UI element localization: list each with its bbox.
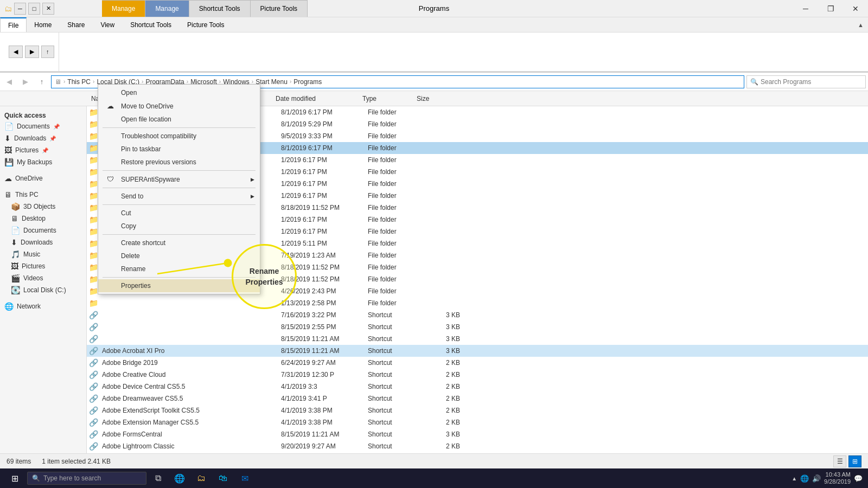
file-type: Shortcut bbox=[368, 419, 422, 426]
downloads-icon: ⬇ bbox=[4, 134, 11, 143]
restore-button[interactable]: ❐ bbox=[818, 0, 843, 17]
ribbon-btn-back[interactable]: ◀ bbox=[9, 46, 23, 58]
ribbon-tab-file[interactable]: File bbox=[0, 17, 27, 32]
file-row[interactable]: 🔗 8/15/2019 2:55 PM Shortcut 3 KB bbox=[87, 321, 868, 333]
file-row[interactable]: 🔗 Adobe FormsCentral 8/15/2019 11:21 AM … bbox=[87, 428, 868, 440]
sidebar-item-videos[interactable]: 🎬 Videos bbox=[0, 272, 86, 284]
tab-picture-tools[interactable]: Picture Tools bbox=[251, 0, 308, 17]
file-row[interactable]: 🔗 Adobe Acrobat XI Pro 8/15/2019 11:21 A… bbox=[87, 345, 868, 357]
context-menu-item-cut[interactable]: Cut bbox=[98, 207, 260, 220]
file-date: 7/19/2019 1:23 AM bbox=[281, 252, 368, 259]
ribbon-tab-picture[interactable]: Picture Tools bbox=[180, 17, 232, 32]
status-bar: 69 items 1 item selected 2.41 KB ☰ ⊞ bbox=[0, 453, 868, 468]
context-menu-item-pin-to-taskbar[interactable]: Pin to taskbar bbox=[98, 143, 260, 156]
tab-manage2[interactable]: Manage bbox=[145, 0, 189, 17]
path-programs[interactable]: Programs bbox=[293, 78, 322, 86]
col-header-size[interactable]: Size bbox=[412, 95, 456, 102]
taskbar-folder[interactable]: 🗂 bbox=[191, 469, 212, 487]
sidebar-label-documents2: Documents bbox=[23, 227, 56, 234]
file-type: File folder bbox=[368, 144, 422, 152]
sidebar-label-pictures2: Pictures bbox=[22, 262, 45, 270]
file-icon: 📁 bbox=[89, 299, 100, 307]
ribbon-expand[interactable]: ▲ bbox=[858, 17, 868, 32]
file-row[interactable]: 🔗 Adobe Bridge 2019 6/24/2019 9:27 AM Sh… bbox=[87, 357, 868, 369]
path-thispc[interactable]: This PC bbox=[67, 78, 91, 86]
ribbon-tab-home[interactable]: Home bbox=[27, 17, 60, 32]
sidebar-item-downloads[interactable]: ⬇ Downloads 📌 bbox=[0, 132, 86, 144]
file-row[interactable]: 🔗 Adobe Device Central CS5.5 4/1/2019 3:… bbox=[87, 381, 868, 393]
nav-back[interactable]: ◀ bbox=[2, 75, 16, 89]
path-sep7: › bbox=[290, 79, 291, 85]
sidebar-label-desktop: Desktop bbox=[22, 215, 46, 222]
file-type: File folder bbox=[368, 204, 422, 211]
taskbar-store[interactable]: 🛍 bbox=[213, 469, 233, 487]
taskbar-volume-icon[interactable]: 🔊 bbox=[812, 474, 821, 483]
file-type: File folder bbox=[368, 168, 422, 176]
title-icon-bar: 🗂 ─ □ ✕ bbox=[0, 3, 59, 15]
sidebar-item-documents2[interactable]: 📄 Documents bbox=[0, 224, 86, 236]
file-row[interactable]: 🔗 Adobe Dreamweaver CS5.5 4/1/2019 3:41 … bbox=[87, 393, 868, 404]
sidebar-item-onedrive[interactable]: ☁ OneDrive bbox=[0, 172, 86, 184]
ribbon-btn-fwd[interactable]: ▶ bbox=[25, 46, 39, 58]
context-menu-item-restore-previous-versions[interactable]: Restore previous versions bbox=[98, 156, 260, 169]
ribbon-tab-shortcut[interactable]: Shortcut Tools bbox=[123, 17, 180, 32]
taskbar-mail[interactable]: ✉ bbox=[234, 469, 255, 487]
close-quick[interactable]: ✕ bbox=[42, 3, 54, 15]
sidebar-item-desktop[interactable]: 🖥 Desktop bbox=[0, 213, 86, 224]
file-row[interactable]: 🔗 8/15/2019 11:21 AM Shortcut 3 KB bbox=[87, 333, 868, 345]
search-box[interactable]: 🔍 bbox=[746, 75, 866, 88]
minimize-quick[interactable]: ─ bbox=[14, 3, 26, 15]
context-menu-item-copy[interactable]: Copy bbox=[98, 220, 260, 233]
tab-shortcut-tools[interactable]: Shortcut Tools bbox=[189, 0, 251, 17]
context-menu-item-send-to[interactable]: Send to bbox=[98, 190, 260, 203]
context-menu-item-open[interactable]: Open bbox=[98, 86, 260, 99]
file-date: 8/15/2019 11:21 AM bbox=[281, 335, 368, 343]
sidebar-item-mybackups[interactable]: 💾 My Backups bbox=[0, 156, 86, 168]
file-icon: 🔗 bbox=[89, 370, 100, 379]
sidebar-item-downloads2[interactable]: ⬇ Downloads bbox=[0, 236, 86, 248]
sidebar-item-pictures2[interactable]: 🖼 Pictures bbox=[0, 260, 86, 272]
sidebar-item-3dobjects[interactable]: 📦 3D Objects bbox=[0, 201, 86, 213]
file-row[interactable]: 🔗 7/16/2019 3:22 PM Shortcut 3 KB bbox=[87, 309, 868, 321]
col-header-date[interactable]: Date modified bbox=[271, 95, 358, 102]
context-menu-item-open-file-location[interactable]: Open file location bbox=[98, 113, 260, 126]
taskbar-clock[interactable]: 10:43 AM 9/28/2019 bbox=[824, 471, 851, 485]
sidebar-item-pictures[interactable]: 🖼 Pictures 📌 bbox=[0, 144, 86, 156]
ribbon-btn-up[interactable]: ↑ bbox=[41, 46, 54, 58]
file-row[interactable]: 🔗 Adobe Lightroom Classic 9/20/2019 9:27… bbox=[87, 440, 868, 452]
sidebar-item-music[interactable]: 🎵 Music bbox=[0, 248, 86, 260]
sidebar-item-network[interactable]: 🌐 Network bbox=[0, 300, 86, 312]
ctx-icon: 🛡 bbox=[107, 175, 117, 183]
start-button[interactable]: ⊞ bbox=[3, 469, 26, 487]
ribbon-tab-share[interactable]: Share bbox=[60, 17, 93, 32]
search-input[interactable] bbox=[761, 78, 862, 86]
context-menu-item-troubleshoot-compatibility[interactable]: Troubleshoot compatibility bbox=[98, 130, 260, 143]
taskbar-search[interactable]: 🔍 Type here to search bbox=[27, 472, 146, 485]
col-header-type[interactable]: Type bbox=[358, 95, 412, 102]
file-row[interactable]: 🔗 Adobe Creative Cloud 7/31/2019 12:30 P… bbox=[87, 369, 868, 381]
view-details-btn[interactable]: ☰ bbox=[833, 455, 846, 467]
sidebar-item-thispc[interactable]: 🖥 This PC bbox=[0, 189, 86, 201]
file-type: File folder bbox=[368, 192, 422, 200]
ribbon-tab-view[interactable]: View bbox=[93, 17, 123, 32]
file-row[interactable]: 📁 1/13/2019 2:58 PM File folder bbox=[87, 297, 868, 309]
taskbar-task-view[interactable]: ⧉ bbox=[148, 469, 168, 487]
file-row[interactable]: 🔗 Adobe Extension Manager CS5.5 4/1/2019… bbox=[87, 416, 868, 428]
nav-up[interactable]: ↑ bbox=[35, 75, 49, 89]
file-row[interactable]: 🔗 Adobe ExtendScript Toolkit CS5.5 4/1/2… bbox=[87, 404, 868, 416]
file-date: 4/1/2019 3:3 bbox=[281, 383, 368, 390]
restore-quick[interactable]: □ bbox=[28, 3, 40, 15]
sidebar-item-localdisk[interactable]: 💽 Local Disk (C:) bbox=[0, 284, 86, 296]
sidebar-item-documents[interactable]: 📄 Documents 📌 bbox=[0, 120, 86, 132]
context-menu-item-move-to-onedrive[interactable]: ☁ Move to OneDrive bbox=[98, 99, 260, 113]
context-menu-item-superantispyware[interactable]: 🛡 SUPERAntiSpyware bbox=[98, 172, 260, 186]
nav-forward[interactable]: ▶ bbox=[18, 75, 33, 89]
tab-manage1[interactable]: Manage bbox=[102, 0, 145, 17]
taskbar-notification-icon[interactable]: 💬 bbox=[854, 474, 863, 483]
minimize-button[interactable]: ─ bbox=[793, 0, 818, 17]
taskbar-edge[interactable]: 🌐 bbox=[169, 469, 190, 487]
close-button[interactable]: ✕ bbox=[843, 0, 868, 17]
taskbar-up-arrow[interactable]: ▲ bbox=[792, 476, 797, 481]
pin-icon-documents: 📌 bbox=[53, 124, 60, 130]
view-list-btn[interactable]: ⊞ bbox=[848, 455, 861, 467]
